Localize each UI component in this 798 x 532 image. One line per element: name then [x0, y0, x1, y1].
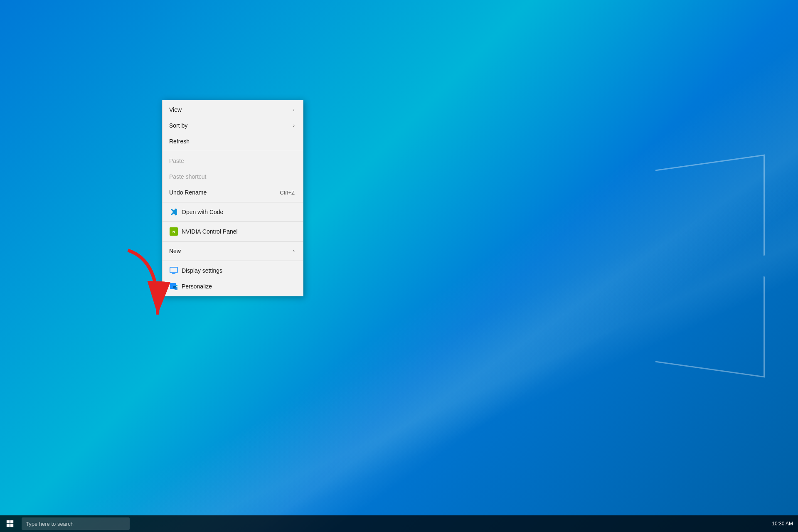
taskbar: Type here to search 10:30 AM	[0, 515, 798, 532]
menu-item-sort-by[interactable]: Sort by ›	[163, 118, 303, 133]
separator-1	[163, 151, 303, 151]
taskbar-right: 10:30 AM	[772, 521, 798, 527]
menu-item-undo-rename[interactable]: Undo Rename Ctrl+Z	[163, 185, 303, 200]
menu-item-refresh[interactable]: Refresh	[163, 133, 303, 149]
windows-logo-icon	[6, 520, 14, 527]
chevron-right-icon: ›	[293, 123, 295, 128]
svg-rect-9	[10, 520, 13, 523]
svg-rect-11	[10, 524, 13, 527]
separator-5	[163, 261, 303, 261]
taskbar-time: 10:30 AM	[772, 521, 793, 527]
menu-item-new[interactable]: New ›	[163, 243, 303, 259]
menu-item-open-with-code[interactable]: Open with Code	[163, 204, 303, 220]
separator-2	[163, 202, 303, 202]
menu-item-paste-shortcut: Paste shortcut	[163, 169, 303, 185]
menu-item-display-settings-label: Display settings	[182, 267, 295, 274]
menu-item-paste-label: Paste	[169, 158, 295, 164]
taskbar-search[interactable]: Type here to search	[22, 517, 130, 530]
svg-rect-8	[7, 520, 10, 523]
menu-item-refresh-label: Refresh	[169, 138, 295, 145]
menu-item-paste: Paste	[163, 153, 303, 169]
svg-rect-10	[7, 524, 10, 527]
taskbar-search-placeholder: Type here to search	[26, 521, 74, 527]
chevron-right-icon: ›	[293, 107, 295, 113]
menu-item-nvidia[interactable]: N NVIDIA Control Panel	[163, 224, 303, 239]
menu-item-personalize-label: Personalize	[182, 283, 295, 290]
windows-logo-glow	[640, 162, 765, 370]
vscode-icon	[169, 207, 178, 217]
menu-item-paste-shortcut-label: Paste shortcut	[169, 173, 295, 180]
start-button[interactable]	[0, 515, 20, 532]
menu-item-undo-rename-label: Undo Rename	[169, 189, 267, 196]
menu-item-view-label: View	[169, 106, 293, 113]
menu-item-open-with-code-label: Open with Code	[182, 209, 295, 215]
menu-item-sort-by-label: Sort by	[169, 122, 293, 129]
chevron-right-icon: ›	[293, 248, 295, 254]
nvidia-icon: N	[169, 227, 178, 236]
menu-item-new-label: New	[169, 248, 293, 254]
separator-3	[163, 222, 303, 222]
menu-item-nvidia-label: NVIDIA Control Panel	[182, 228, 295, 235]
separator-4	[163, 241, 303, 241]
menu-item-undo-rename-shortcut: Ctrl+Z	[280, 190, 295, 196]
menu-item-view[interactable]: View ›	[163, 102, 303, 118]
